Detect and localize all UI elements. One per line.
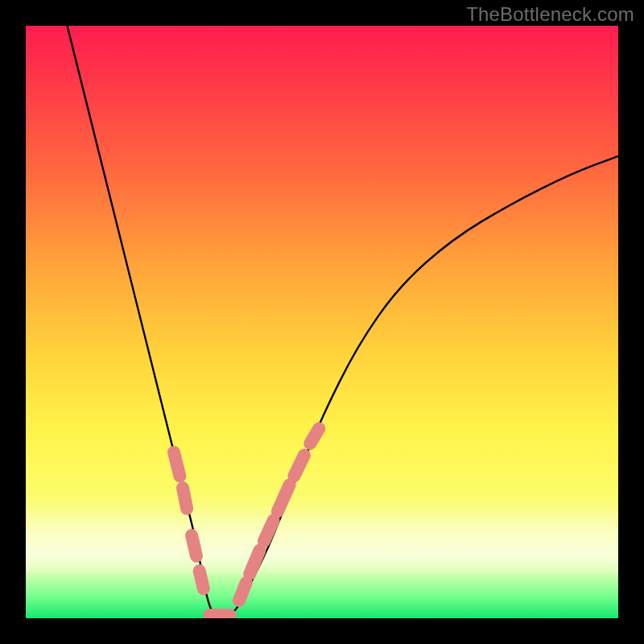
annotation-group — [174, 428, 319, 615]
annotation-segment — [278, 485, 290, 511]
annotation-segment — [200, 571, 204, 588]
chart-frame: TheBottleneck.com — [0, 0, 644, 644]
plot-area — [26, 26, 618, 618]
watermark-text: TheBottleneck.com — [466, 3, 634, 26]
annotation-segment — [183, 488, 187, 509]
annotation-segment — [294, 456, 304, 477]
annotation-segment — [239, 583, 246, 601]
annotation-segment — [174, 452, 180, 476]
annotation-segment — [192, 535, 196, 556]
curve-svg — [26, 26, 618, 618]
annotation-segment — [250, 550, 260, 573]
annotation-segment — [310, 428, 319, 443]
annotation-segment — [264, 521, 274, 542]
bottleneck-curve — [68, 26, 618, 618]
